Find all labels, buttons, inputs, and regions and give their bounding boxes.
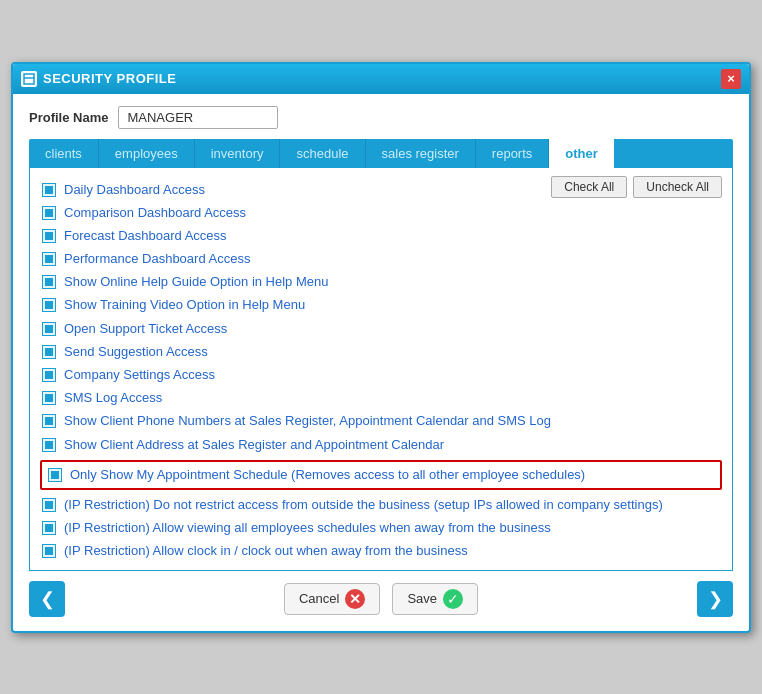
footer-right: ❯ <box>697 581 733 617</box>
item-text: Forecast Dashboard Access <box>64 227 720 245</box>
checkbox-ip-restriction-3[interactable] <box>42 544 56 558</box>
window-title: SECURITY PROFILE <box>43 71 176 86</box>
list-item[interactable]: Performance Dashboard Access <box>40 249 722 269</box>
profile-name-label: Profile Name <box>29 110 108 125</box>
tab-schedule[interactable]: schedule <box>280 139 365 168</box>
checkbox-ip-restriction-1[interactable] <box>42 498 56 512</box>
item-text: Open Support Ticket Access <box>64 320 720 338</box>
tabs-bar: clients employees inventory schedule sal… <box>29 139 733 168</box>
next-button[interactable]: ❯ <box>697 581 733 617</box>
item-text: (IP Restriction) Do not restrict access … <box>64 496 720 514</box>
svg-rect-0 <box>24 74 34 84</box>
item-text: Only Show My Appointment Schedule (Remov… <box>70 466 714 484</box>
tab-other[interactable]: other <box>549 139 614 168</box>
checkbox-performance-dashboard[interactable] <box>42 252 56 266</box>
list-item[interactable]: Send Suggestion Access <box>40 342 722 362</box>
list-item[interactable]: Comparison Dashboard Access <box>40 203 722 223</box>
list-item[interactable]: Forecast Dashboard Access <box>40 226 722 246</box>
checkbox-daily-dashboard[interactable] <box>42 183 56 197</box>
tab-sales-register[interactable]: sales register <box>366 139 476 168</box>
content-area: Check All Uncheck All Daily Dashboard Ac… <box>29 168 733 571</box>
item-text: SMS Log Access <box>64 389 720 407</box>
tab-reports[interactable]: reports <box>476 139 549 168</box>
item-text: Show Client Address at Sales Register an… <box>64 436 720 454</box>
check-all-button[interactable]: Check All <box>551 176 627 198</box>
tab-employees[interactable]: employees <box>99 139 195 168</box>
profile-name-row: Profile Name <box>29 106 733 129</box>
list-item[interactable]: Show Client Phone Numbers at Sales Regis… <box>40 411 722 431</box>
cancel-button[interactable]: Cancel ✕ <box>284 583 380 615</box>
item-text: Company Settings Access <box>64 366 720 384</box>
item-text: Show Online Help Guide Option in Help Me… <box>64 273 720 291</box>
item-text: Show Training Video Option in Help Menu <box>64 296 720 314</box>
checkbox-send-suggestion[interactable] <box>42 345 56 359</box>
item-text: (IP Restriction) Allow clock in / clock … <box>64 542 720 560</box>
checkbox-only-show-schedule[interactable] <box>48 468 62 482</box>
save-icon: ✓ <box>443 589 463 609</box>
close-button[interactable]: × <box>721 69 741 89</box>
save-label: Save <box>407 591 437 606</box>
check-buttons-row: Check All Uncheck All <box>551 176 722 198</box>
checkbox-show-phone[interactable] <box>42 414 56 428</box>
window-icon <box>21 71 37 87</box>
list-item[interactable]: (IP Restriction) Do not restrict access … <box>40 495 722 515</box>
checkbox-comparison-dashboard[interactable] <box>42 206 56 220</box>
tab-inventory[interactable]: inventory <box>195 139 281 168</box>
checkbox-forecast-dashboard[interactable] <box>42 229 56 243</box>
list-item[interactable]: Show Training Video Option in Help Menu <box>40 295 722 315</box>
footer-left: ❮ <box>29 581 65 617</box>
checkbox-sms-log[interactable] <box>42 391 56 405</box>
save-button[interactable]: Save ✓ <box>392 583 478 615</box>
checkbox-training-video[interactable] <box>42 298 56 312</box>
cancel-icon: ✕ <box>345 589 365 609</box>
checkbox-online-help[interactable] <box>42 275 56 289</box>
item-text: Comparison Dashboard Access <box>64 204 720 222</box>
security-profile-window: SECURITY PROFILE × Profile Name clients … <box>11 62 751 633</box>
cancel-label: Cancel <box>299 591 339 606</box>
profile-name-input[interactable] <box>118 106 278 129</box>
item-text: (IP Restriction) Allow viewing all emplo… <box>64 519 720 537</box>
checkbox-support-ticket[interactable] <box>42 322 56 336</box>
uncheck-all-button[interactable]: Uncheck All <box>633 176 722 198</box>
list-item[interactable]: (IP Restriction) Allow clock in / clock … <box>40 541 722 561</box>
list-item[interactable]: Company Settings Access <box>40 365 722 385</box>
list-item[interactable]: Show Online Help Guide Option in Help Me… <box>40 272 722 292</box>
list-item[interactable]: SMS Log Access <box>40 388 722 408</box>
checkbox-show-address[interactable] <box>42 438 56 452</box>
list-item[interactable]: Open Support Ticket Access <box>40 319 722 339</box>
prev-button[interactable]: ❮ <box>29 581 65 617</box>
footer-center: Cancel ✕ Save ✓ <box>284 583 478 615</box>
tab-clients[interactable]: clients <box>29 139 99 168</box>
item-text: Performance Dashboard Access <box>64 250 720 268</box>
list-item[interactable]: Show Client Address at Sales Register an… <box>40 435 722 455</box>
footer: ❮ Cancel ✕ Save ✓ ❯ <box>29 571 733 623</box>
title-bar: SECURITY PROFILE × <box>13 64 749 94</box>
title-bar-left: SECURITY PROFILE <box>21 71 176 87</box>
list-item-highlighted[interactable]: Only Show My Appointment Schedule (Remov… <box>40 460 722 490</box>
list-item[interactable]: (IP Restriction) Allow viewing all emplo… <box>40 518 722 538</box>
item-text: Show Client Phone Numbers at Sales Regis… <box>64 412 720 430</box>
item-list: Daily Dashboard Access Comparison Dashbo… <box>40 180 722 562</box>
checkbox-company-settings[interactable] <box>42 368 56 382</box>
checkbox-ip-restriction-2[interactable] <box>42 521 56 535</box>
item-text: Send Suggestion Access <box>64 343 720 361</box>
window-body: Profile Name clients employees inventory… <box>13 94 749 631</box>
